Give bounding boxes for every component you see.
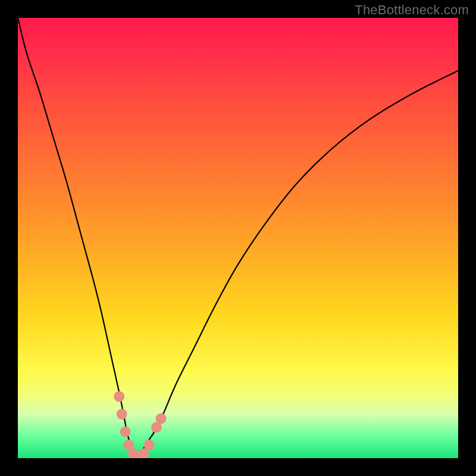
curve-marker: [117, 409, 127, 419]
outer-frame: TheBottleneck.com: [0, 0, 476, 476]
watermark-text: TheBottleneck.com: [355, 2, 469, 18]
bottleneck-curve: [18, 18, 458, 458]
marker-group: [114, 391, 166, 458]
curve-marker: [114, 391, 124, 402]
curve-marker: [144, 440, 155, 450]
chart-svg: [18, 18, 458, 458]
curve-marker: [156, 413, 167, 424]
curve-marker: [120, 427, 131, 437]
plot-area: [18, 18, 458, 458]
